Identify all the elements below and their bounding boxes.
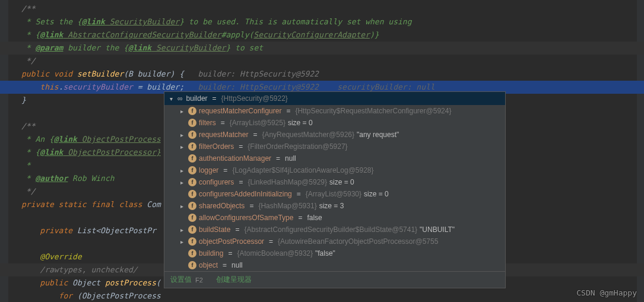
variable-row[interactable]: ▸buildState={AbstractConfiguredSecurityB… xyxy=(164,224,505,236)
doc: * xyxy=(21,43,35,52)
field-icon xyxy=(188,119,196,127)
equals: = xyxy=(297,190,301,198)
author-name: Rob Winch xyxy=(68,174,114,183)
comment-line: /** xyxy=(21,122,35,131)
equals: = xyxy=(239,142,243,151)
field-value: {AtomicBoolean@5932} xyxy=(237,249,313,258)
field-name: building xyxy=(199,249,223,258)
chevron-down-icon[interactable]: ▾ xyxy=(167,94,175,103)
field-value: null xyxy=(285,154,296,163)
field-private-icon xyxy=(188,178,196,186)
variable-row[interactable]: ▸filters={ArrayList@5925} size = 0 xyxy=(164,117,505,129)
class-link[interactable]: ObjectPostProcessor} xyxy=(63,148,160,157)
field-name: filters xyxy=(199,119,216,127)
author-tag: @author xyxy=(35,174,68,183)
comment-line: */ xyxy=(21,56,35,65)
variable-row[interactable]: ▸requestMatcherConfigurer={HttpSecurity$… xyxy=(164,105,505,117)
field-icon xyxy=(188,142,196,151)
doc: the { xyxy=(100,43,128,52)
field-name: requestMatcherConfigurer xyxy=(199,107,281,115)
field-icon xyxy=(188,154,196,163)
doc: * Sets the { xyxy=(21,17,82,26)
class-link[interactable]: SecurityBuilder xyxy=(151,43,226,52)
chevron-right-icon[interactable]: ▸ xyxy=(177,202,186,210)
kw: public xyxy=(40,278,72,287)
variable-row[interactable]: ▸allowConfigurersOfSameType=false xyxy=(164,212,505,224)
equals: = xyxy=(253,131,257,139)
doc: } to be used. This is automatically set … xyxy=(179,17,411,26)
field-name: requestMatcher xyxy=(199,131,248,139)
chevron-right-icon[interactable]: ▸ xyxy=(177,237,186,246)
link-tag[interactable]: @link xyxy=(128,43,151,52)
variable-row[interactable]: ▸configurersAddedInInitializing={ArrayLi… xyxy=(164,188,505,200)
field-name: object xyxy=(199,261,218,269)
link-tag[interactable]: @link xyxy=(54,135,77,144)
field-name: allowConfigurersOfSameType xyxy=(199,214,293,222)
class-link[interactable]: AbstractConfiguredSecurityBuilder xyxy=(63,30,221,39)
doc: * xyxy=(21,174,35,183)
field-extra: "any request" xyxy=(357,131,399,139)
variable-row[interactable]: ▸building={AtomicBoolean@5932} "false" xyxy=(164,247,505,259)
comment-line: /** xyxy=(21,4,35,13)
variable-row[interactable]: ▸object=null xyxy=(164,259,505,271)
link-tag[interactable]: @link xyxy=(40,30,63,39)
variable-row[interactable]: ▸objectPostProcessor={AutowireBeanFactor… xyxy=(164,236,505,247)
link-tag[interactable]: @link xyxy=(82,17,105,26)
kw: for xyxy=(59,291,77,300)
chevron-right-icon[interactable]: ▸ xyxy=(177,225,186,234)
class-link[interactable]: SecurityBuilder xyxy=(105,17,179,26)
paren: ( xyxy=(156,278,161,287)
inline-hint: securityBuilder: null xyxy=(319,82,435,91)
variable-row[interactable]: ▸logger={LogAdapter$Slf4jLocationAwareLo… xyxy=(164,164,505,176)
field-icon xyxy=(188,249,196,258)
field-name: logger xyxy=(199,166,218,174)
field-extra: size = 0 xyxy=(364,190,389,198)
variable-row[interactable]: ▸sharedObjects={HashMap@5931} size = 3 xyxy=(164,200,505,212)
field-private-icon xyxy=(188,107,196,115)
class-link[interactable]: ObjectPostProcess xyxy=(77,135,161,144)
chevron-right-icon[interactable]: ▸ xyxy=(177,166,186,174)
chevron-right-icon: ▸ xyxy=(177,249,186,258)
variable-row[interactable]: ▸configurers={LinkedHashMap@5929} size =… xyxy=(164,176,505,188)
create-renderer-link[interactable]: 创建呈现器 xyxy=(216,275,252,285)
variable-row[interactable]: ▸authenticationManager=null xyxy=(164,152,505,164)
variable-row[interactable]: ▸filterOrders={FilterOrderRegistration@5… xyxy=(164,141,505,152)
doc: * { xyxy=(21,148,40,157)
variable-value: {HttpSecurity@5922} xyxy=(221,94,288,103)
type: (ObjectPostProcess xyxy=(77,291,161,300)
field-name: configurersAddedInInitializing xyxy=(199,190,292,198)
equals: = xyxy=(249,202,253,210)
field-name: buildState xyxy=(199,225,230,234)
variable-row[interactable]: ▸requestMatcher={AnyRequestMatcher@5926}… xyxy=(164,129,505,141)
class-link[interactable]: SecurityConfigurerAdapter xyxy=(253,30,370,39)
field-private-icon xyxy=(188,214,196,222)
field-value: {ArrayList@5930} xyxy=(306,190,361,198)
doc: #apply( xyxy=(221,30,254,39)
debugger-popup[interactable]: ▾ ∞ builder = {HttpSecurity@5922} ▸reque… xyxy=(164,91,506,288)
chevron-right-icon[interactable]: ▸ xyxy=(177,107,186,115)
chevron-right-icon[interactable]: ▸ xyxy=(177,178,186,186)
popup-header-row[interactable]: ▾ ∞ builder = {HttpSecurity@5922} xyxy=(164,92,505,105)
params: (B builder) { xyxy=(123,69,198,78)
infinity-icon: ∞ xyxy=(177,94,183,103)
field-icon xyxy=(188,261,196,269)
field-icon xyxy=(188,225,196,234)
method-name: postProcess xyxy=(105,278,156,287)
field-extra: size = 0 xyxy=(329,178,354,186)
doc: * xyxy=(21,161,31,170)
equals: = xyxy=(269,237,273,246)
equals: = xyxy=(223,166,227,174)
chevron-right-icon: ▸ xyxy=(177,190,186,198)
equals: = xyxy=(228,249,232,258)
field-name: sharedObjects xyxy=(199,202,245,210)
chevron-right-icon[interactable]: ▸ xyxy=(177,142,186,151)
set-value-link[interactable]: 设置值 xyxy=(170,275,192,285)
op: = xyxy=(133,82,147,91)
field-value: {FilterOrderRegistration@5927} xyxy=(248,142,347,151)
field-extra: size = 3 xyxy=(319,202,344,210)
link-tag[interactable]: @link xyxy=(40,148,63,157)
equals: = xyxy=(286,107,290,115)
folded-comment[interactable]: /rawtypes, unchecked/ xyxy=(40,265,137,274)
chevron-right-icon[interactable]: ▸ xyxy=(177,131,186,139)
equals: = xyxy=(276,154,280,163)
